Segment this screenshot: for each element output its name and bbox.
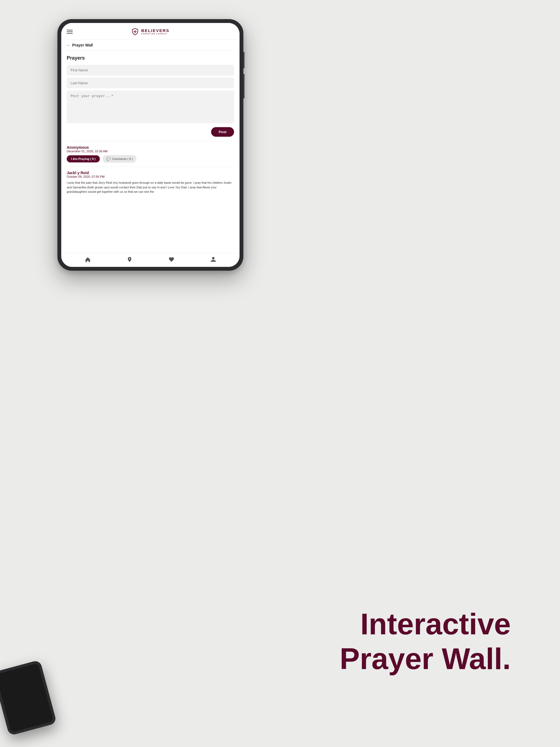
hamburger-button[interactable] bbox=[67, 30, 73, 34]
logo-sub: CHRISTIAN CHURCH bbox=[141, 33, 169, 35]
main-content: Prayers Post Anonymous December 01, 2020… bbox=[61, 51, 239, 253]
prayer-post-2: Jackl y Reid October 09, 2020, 07:56 PM … bbox=[67, 166, 234, 194]
tablet-device: BELIEVERS CHRISTIAN CHURCH ← Prayer Wall… bbox=[57, 19, 244, 271]
action-row-1: I Am Praying ( 9 ) 💬 Comments ( 0 ) bbox=[67, 155, 234, 163]
comments-button-1[interactable]: 💬 Comments ( 0 ) bbox=[103, 155, 136, 163]
i-am-praying-button-1[interactable]: I Am Praying ( 9 ) bbox=[67, 155, 100, 162]
logo-area: BELIEVERS CHRISTIAN CHURCH bbox=[131, 28, 169, 35]
breadcrumb[interactable]: ← Prayer Wall bbox=[61, 40, 239, 51]
nav-location[interactable] bbox=[127, 256, 133, 262]
heart-icon bbox=[169, 256, 175, 262]
post-button[interactable]: Post bbox=[211, 127, 234, 137]
prayer-form bbox=[67, 65, 234, 123]
volume-button bbox=[243, 74, 245, 98]
tablet-screen: BELIEVERS CHRISTIAN CHURCH ← Prayer Wall… bbox=[61, 23, 239, 267]
page-title: Prayer Wall bbox=[72, 43, 93, 47]
home-icon bbox=[85, 256, 91, 262]
post-body-2: I pray that the pain that Jerry Reid (my… bbox=[67, 180, 234, 194]
prayers-section-title: Prayers bbox=[67, 55, 234, 61]
poster-name-1: Anonymous bbox=[67, 145, 234, 150]
back-arrow-icon[interactable]: ← bbox=[67, 43, 71, 47]
comments-label-1: Comments ( 0 ) bbox=[112, 157, 133, 160]
poster-name-2: Jackl y Reid bbox=[67, 171, 234, 175]
tagline-line1: Interactive bbox=[339, 607, 511, 641]
app-header: BELIEVERS CHRISTIAN CHURCH bbox=[61, 23, 239, 40]
first-name-input[interactable] bbox=[67, 65, 234, 75]
prayer-textarea[interactable] bbox=[67, 91, 234, 123]
tagline-line2: Prayer Wall. bbox=[339, 641, 511, 676]
location-icon bbox=[127, 256, 133, 262]
card-divider-1 bbox=[67, 141, 234, 141]
post-button-row: Post bbox=[67, 127, 234, 137]
power-button bbox=[243, 52, 245, 68]
post-date-2: October 09, 2020, 07:56 PM bbox=[67, 175, 234, 178]
person-icon bbox=[210, 256, 216, 262]
logo-icon bbox=[131, 28, 139, 35]
logo-text: BELIEVERS CHRISTIAN CHURCH bbox=[141, 28, 169, 35]
nav-profile[interactable] bbox=[210, 256, 216, 262]
last-name-input[interactable] bbox=[67, 78, 234, 88]
tagline: Interactive Prayer Wall. bbox=[339, 607, 511, 676]
comment-icon: 💬 bbox=[106, 157, 110, 161]
post-date-1: December 01, 2020, 10:36 AM bbox=[67, 150, 234, 153]
bottom-nav bbox=[61, 253, 239, 267]
prayer-post-1: Anonymous December 01, 2020, 10:36 AM I … bbox=[67, 145, 234, 163]
logo-name: BELIEVERS bbox=[141, 28, 169, 33]
nav-home[interactable] bbox=[85, 256, 91, 262]
nav-favorites[interactable] bbox=[169, 256, 175, 262]
